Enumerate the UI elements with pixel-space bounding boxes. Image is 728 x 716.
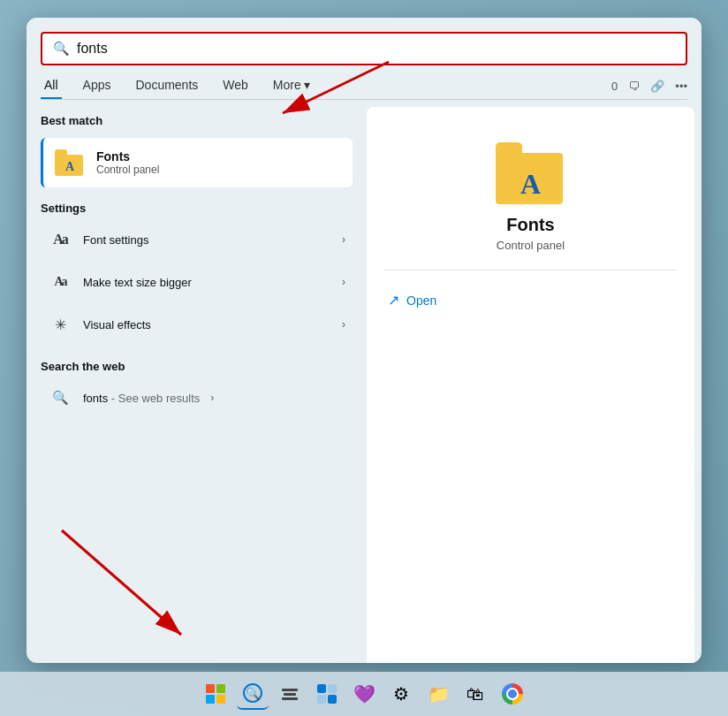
open-external-icon: ↗ (388, 292, 399, 308)
right-panel-title: Fonts (506, 215, 554, 235)
aa-font-settings-icon: Aa (48, 227, 72, 252)
teams-icon: 💜 (353, 683, 375, 705)
web-heading: Search the web (41, 360, 353, 373)
settings-section: Settings Aa Font settings › Aa Make text… (41, 202, 353, 346)
visual-effects-label: Visual effects (83, 318, 331, 331)
ms-store-button[interactable]: 🛍 (459, 678, 491, 710)
ms-store-icon: 🛍 (466, 684, 484, 705)
desktop: 🔍 All Apps Documents Web More ▾ 0 (0, 0, 728, 716)
chevron-right-icon: › (342, 233, 345, 246)
chrome-icon (502, 683, 523, 705)
fonts-icon-large: A (496, 142, 566, 204)
chevron-right-icon-web: › (210, 392, 214, 404)
aa-text-size-icon: Aa (48, 270, 72, 294)
taskbar-search-icon: 🔍 (243, 683, 262, 703)
fonts-icon-small: A (54, 147, 86, 179)
setting-item-visual-effects[interactable]: ✳ Visual effects › (41, 303, 353, 346)
best-match-item[interactable]: A Fonts Control panel (41, 138, 353, 187)
right-panel-divider (384, 270, 677, 270)
best-match-heading: Best match (41, 114, 353, 127)
feedback-icon[interactable]: 🗨 (628, 80, 640, 93)
widgets-icon (317, 684, 337, 704)
search-input-wrapper[interactable]: 🔍 (41, 32, 687, 65)
tabs-bar: All Apps Documents Web More ▾ 0 🗨 🔗 ••• (27, 65, 701, 99)
web-search-label: fonts - See web results (83, 392, 200, 405)
file-explorer-icon: 📁 (428, 683, 450, 705)
taskbar: 🔍 💜 ⚙ 📁 (0, 672, 728, 716)
web-search-item[interactable]: 🔍 fonts - See web results › (41, 377, 353, 419)
settings-icon: ⚙ (393, 683, 409, 705)
tab-all[interactable]: All (41, 72, 62, 99)
open-label: Open (406, 293, 436, 308)
chevron-right-icon-2: › (342, 276, 345, 288)
setting-item-text-size[interactable]: Aa Make text size bigger › (41, 261, 353, 303)
chevron-down-icon: ▾ (304, 78, 310, 92)
chrome-button[interactable] (497, 678, 528, 710)
taskbar-search-button[interactable]: 🔍 (237, 678, 269, 710)
search-input[interactable] (77, 41, 675, 57)
setting-item-font-settings[interactable]: Aa Font settings › (41, 218, 353, 261)
tab-more[interactable]: More ▾ (269, 72, 314, 99)
open-button[interactable]: ↗ Open (384, 285, 677, 316)
best-match-text: Fonts Control panel (96, 149, 159, 176)
tabs-right-controls: 0 🗨 🔗 ••• (611, 80, 687, 93)
visual-effects-icon: ✳ (48, 312, 72, 337)
right-panel-subtitle: Control panel (497, 239, 565, 252)
result-count: 0 (611, 80, 618, 93)
chevron-right-icon-3: › (342, 318, 345, 331)
settings-button[interactable]: ⚙ (385, 678, 417, 710)
search-bar-area: 🔍 (27, 18, 701, 65)
search-window: 🔍 All Apps Documents Web More ▾ 0 (27, 18, 701, 663)
more-options-icon[interactable]: ••• (675, 80, 687, 93)
web-section: Search the web 🔍 fonts - See web results… (41, 360, 353, 419)
text-size-label: Make text size bigger (83, 276, 331, 289)
font-settings-label: Font settings (83, 233, 331, 247)
right-panel: A Fonts Control panel ↗ Open (367, 107, 694, 663)
teams-button[interactable]: 💜 (348, 678, 380, 710)
left-panel: Best match A Fonts Control panel (27, 100, 367, 663)
share-icon[interactable]: 🔗 (650, 80, 664, 93)
file-explorer-button[interactable]: 📁 (422, 678, 454, 710)
main-content: Best match A Fonts Control panel (27, 100, 701, 663)
web-search-icon: 🔍 (48, 385, 72, 410)
search-icon: 🔍 (53, 41, 70, 57)
tab-apps[interactable]: Apps (80, 72, 115, 99)
start-button[interactable] (200, 678, 231, 710)
task-view-button[interactable] (274, 678, 306, 710)
task-view-icon (282, 689, 298, 700)
settings-heading: Settings (41, 202, 353, 215)
tab-web[interactable]: Web (219, 72, 252, 99)
tab-documents[interactable]: Documents (132, 72, 201, 99)
widgets-button[interactable] (311, 678, 343, 710)
